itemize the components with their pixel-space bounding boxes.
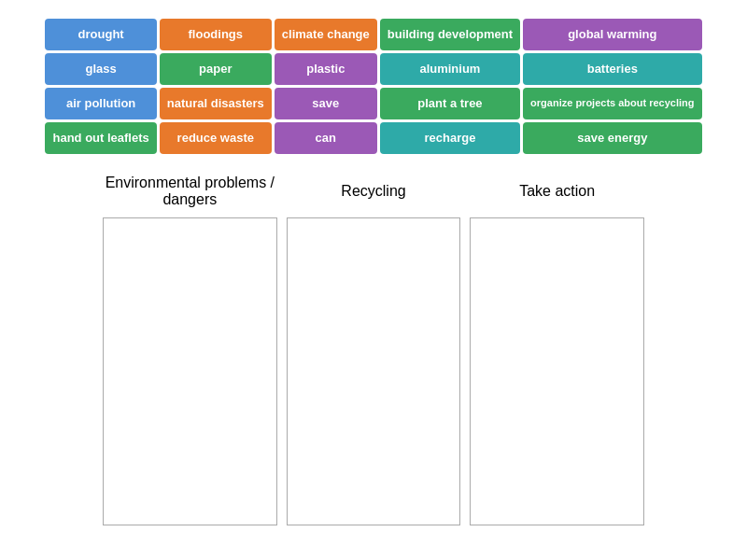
category-recycling-label: Recycling [341, 171, 405, 212]
tile-drought[interactable]: drought [45, 19, 156, 50]
category-env-label: Environmental problems / dangers [103, 171, 277, 212]
tile-paper[interactable]: paper [160, 53, 272, 85]
tile-save[interactable]: save [275, 88, 377, 119]
drop-zone-recycling[interactable] [287, 217, 461, 525]
tile-air-pollution[interactable]: air pollution [45, 88, 156, 119]
tile-floodings[interactable]: floodings [160, 19, 272, 50]
tile-aluminium[interactable]: aluminium [380, 53, 520, 85]
drop-zone-env[interactable] [103, 217, 277, 525]
categories-container: Environmental problems / dangers Recycli… [103, 171, 644, 525]
tile-glass[interactable]: glass [45, 53, 156, 85]
tile-reduce-waste[interactable]: reduce waste [160, 122, 272, 154]
tile-batteries[interactable]: batteries [523, 53, 701, 85]
category-recycling: Recycling [287, 171, 461, 525]
category-take-action-label: Take action [519, 171, 595, 212]
drop-zone-take-action[interactable] [470, 217, 644, 525]
tile-building-development[interactable]: building development [380, 19, 520, 50]
tile-plastic[interactable]: plastic [275, 53, 377, 85]
tile-save-energy[interactable]: save energy [523, 122, 701, 154]
category-env-problems: Environmental problems / dangers [103, 171, 277, 525]
tile-can[interactable]: can [275, 122, 377, 154]
tile-plant-a-tree[interactable]: plant a tree [380, 88, 520, 119]
page-container: drought floodings climate change buildin… [0, 0, 747, 560]
tile-organize-projects[interactable]: organize projects about recycling [523, 88, 701, 119]
tile-climate-change[interactable]: climate change [275, 19, 377, 50]
tile-hand-out-leaflets[interactable]: hand out leaflets [45, 122, 156, 154]
tile-global-warming[interactable]: global warming [523, 19, 701, 50]
tiles-container: drought floodings climate change buildin… [45, 19, 701, 154]
tile-natural-disasters[interactable]: natural disasters [160, 88, 272, 119]
tile-recharge[interactable]: recharge [380, 122, 520, 154]
category-take-action: Take action [470, 171, 644, 525]
